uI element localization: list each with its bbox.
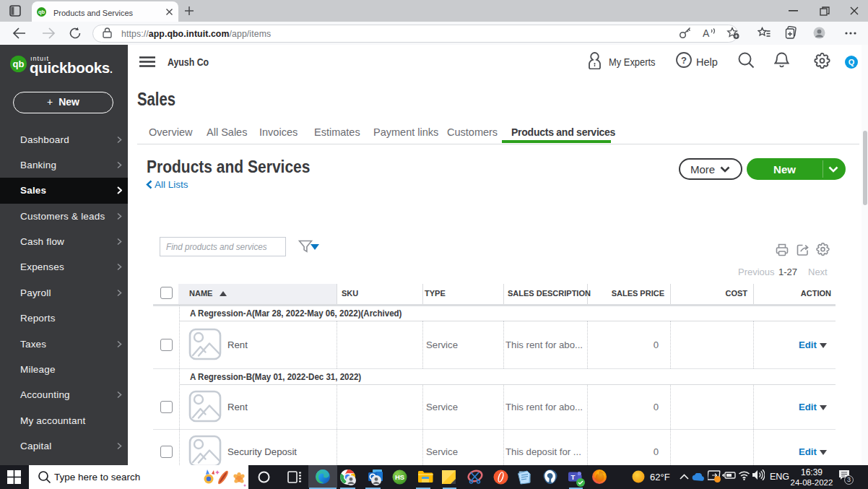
svg-text:A: A (703, 27, 710, 38)
svg-text:T: T (571, 473, 576, 481)
svg-text:qb: qb (13, 59, 25, 69)
svg-text:?: ? (681, 55, 687, 66)
svg-text:qb: qb (38, 9, 45, 15)
svg-text:HS: HS (395, 473, 404, 481)
